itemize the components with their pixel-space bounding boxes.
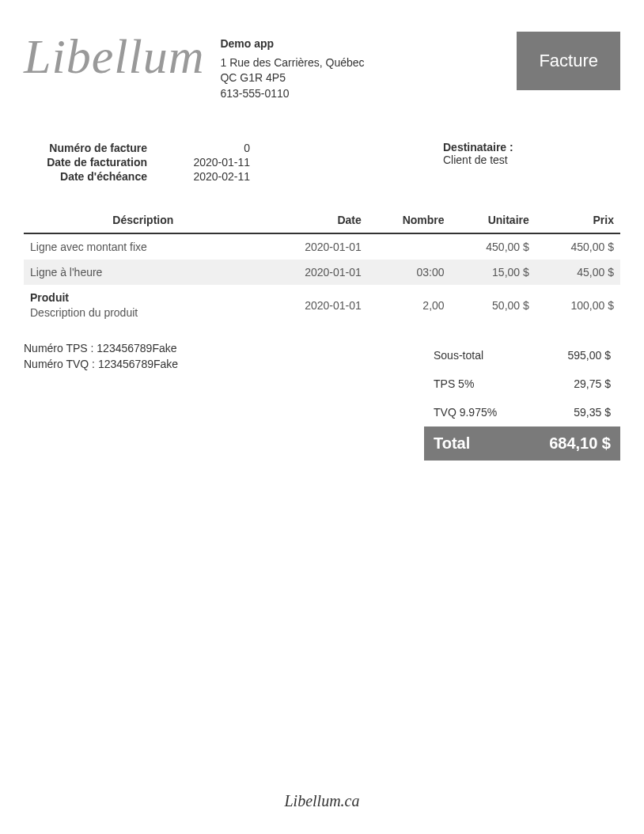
subtotal-row: Sous-total 595,00 $ [424,341,620,370]
tps-number: Numéro TPS : 123456789Fake [24,341,424,357]
bottom-section: Numéro TPS : 123456789Fake Numéro TVQ : … [24,341,620,461]
cell-price: 450,00 $ [536,233,620,260]
invoice-meta: Numéro de facture 0 Date de facturation … [24,141,253,184]
item-title: Produit [30,291,256,304]
tvq-number: Numéro TVQ : 123456789Fake [24,357,424,373]
recipient-label: Destinataire : [443,141,620,154]
col-date: Date [263,207,368,233]
cell-price: 100,00 $ [536,285,620,325]
table-row: Ligne avec montant fixe 2020-01-01 450,0… [24,233,620,260]
table-row: Produit Description du produit 2020-01-0… [24,285,620,325]
value-invoice-date: 2020-01-11 [150,155,253,169]
recipient-block: Destinataire : Client de test [253,141,620,184]
cell-date: 2020-01-01 [263,260,368,285]
tvq-value: 59,35 $ [574,406,611,419]
total-value: 684,10 $ [549,434,611,453]
logo: Libellum [24,32,204,81]
cell-unit: 15,00 $ [451,260,536,285]
company-address-line-1: 1 Rue des Carrières, Québec [220,55,517,71]
tax-numbers: Numéro TPS : 123456789Fake Numéro TVQ : … [24,341,424,461]
company-phone: 613-555-0110 [220,86,517,102]
cell-unit: 50,00 $ [451,285,536,325]
tvq-row: TVQ 9.975% 59,35 $ [424,398,620,426]
totals-block: Sous-total 595,00 $ TPS 5% 29,75 $ TVQ 9… [424,341,620,461]
label-invoice-date: Date de facturation [24,155,150,169]
meta-section: Numéro de facture 0 Date de facturation … [24,141,620,184]
total-row: Total 684,10 $ [424,426,620,461]
cell-description: Ligne à l'heure [24,260,263,285]
company-info: Demo app 1 Rue des Carrières, Québec QC … [220,32,517,101]
label-invoice-number: Numéro de facture [24,141,150,155]
company-address-line-2: QC G1R 4P5 [220,70,517,86]
tps-row: TPS 5% 29,75 $ [424,370,620,398]
company-name: Demo app [220,36,517,52]
cell-number [368,233,451,260]
page-footer: Libellum.ca [0,792,644,810]
label-due-date: Date d'échéance [24,169,150,184]
cell-date: 2020-01-01 [263,285,368,325]
col-description: Déscription [24,207,263,233]
subtotal-value: 595,00 $ [568,349,612,362]
recipient-name: Client de test [443,154,620,166]
total-label: Total [434,434,470,453]
item-description: Description du produit [30,306,256,319]
line-items-table: Déscription Date Nombre Unitaire Prix Li… [24,207,620,325]
cell-description: Produit Description du produit [24,285,263,325]
page-header: Libellum Demo app 1 Rue des Carrières, Q… [24,32,620,101]
value-due-date: 2020-02-11 [150,169,253,184]
cell-description: Ligne avec montant fixe [24,233,263,260]
tps-value: 29,75 $ [574,377,611,390]
col-unit: Unitaire [451,207,536,233]
value-invoice-number: 0 [150,141,253,155]
document-type-badge: Facture [517,32,620,90]
subtotal-label: Sous-total [434,349,483,362]
cell-date: 2020-01-01 [263,233,368,260]
cell-number: 03:00 [368,260,451,285]
table-row: Ligne à l'heure 2020-01-01 03:00 15,00 $… [24,260,620,285]
tvq-label: TVQ 9.975% [434,406,497,419]
col-price: Prix [536,207,620,233]
cell-unit: 450,00 $ [451,233,536,260]
tps-label: TPS 5% [434,377,474,390]
col-number: Nombre [368,207,451,233]
cell-price: 45,00 $ [536,260,620,285]
cell-number: 2,00 [368,285,451,325]
